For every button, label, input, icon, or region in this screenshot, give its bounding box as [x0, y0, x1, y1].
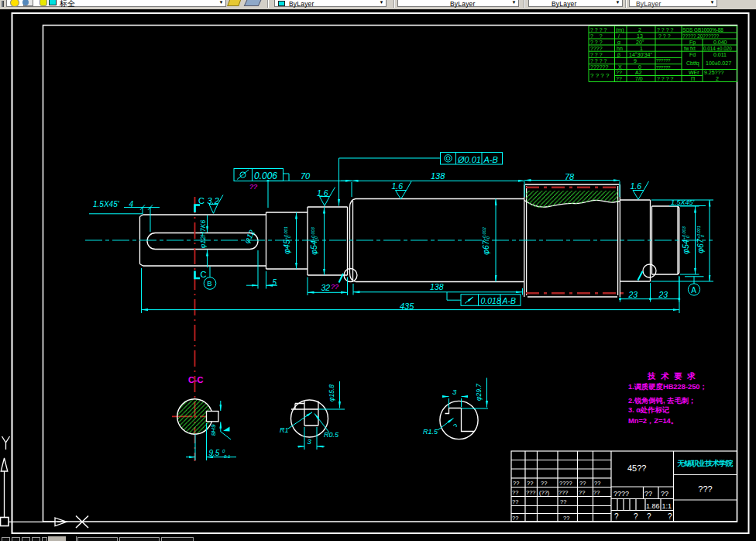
- svg-text:R0.5: R0.5: [324, 431, 339, 439]
- svg-text:1.6: 1.6: [631, 181, 642, 191]
- svg-text:0.018: 0.018: [481, 296, 501, 305]
- svg-text:φ54+0.0030: φ54+0.0030: [309, 226, 318, 254]
- svg-text:φ12: φ12: [242, 229, 256, 245]
- svg-text:??: ??: [579, 489, 585, 496]
- svg-text:??: ??: [512, 489, 518, 496]
- svg-text:A-B: A-B: [483, 155, 498, 164]
- svg-text:??: ??: [616, 70, 622, 75]
- svg-text:Ø0.01: Ø0.01: [457, 155, 481, 164]
- svg-text:0.006: 0.006: [254, 171, 277, 181]
- svg-text:??: ??: [661, 490, 668, 498]
- svg-text:A: A: [691, 286, 696, 295]
- svg-text:0: 0: [222, 449, 225, 453]
- svg-text:5: 5: [273, 278, 277, 287]
- svg-text:无锡职业技术学院: 无锡职业技术学院: [677, 459, 734, 467]
- svg-text:φ15.8: φ15.8: [328, 384, 335, 401]
- svg-text:????? 20??????: ????? 20??????: [682, 33, 720, 39]
- svg-text:技术要求: 技术要求: [647, 371, 700, 381]
- svg-text:hn: hn: [617, 46, 623, 51]
- svg-text:φ67+0.0020: φ67+0.0020: [481, 227, 490, 255]
- svg-text:φ29.7: φ29.7: [475, 384, 483, 401]
- svg-text:1.6: 1.6: [392, 181, 404, 191]
- svg-text:2.锐角倒钝, 去毛刺；: 2.锐角倒钝, 去毛刺；: [628, 396, 696, 405]
- svg-text:0.014 ±0.020: 0.014 ±0.020: [703, 46, 732, 51]
- svg-text:??: ??: [512, 498, 518, 505]
- svg-text:2: 2: [716, 76, 719, 81]
- svg-text:? ?: ? ?: [590, 33, 603, 39]
- svg-text:fw fxt: fw fxt: [684, 46, 696, 51]
- svg-text:0.040: 0.040: [713, 40, 727, 45]
- svg-text:?: ?: [647, 512, 651, 521]
- svg-text:????: ????: [590, 46, 603, 51]
- svg-text:??: ??: [579, 480, 586, 487]
- svg-text:C-C: C-C: [188, 375, 204, 384]
- svg-text:70: 70: [301, 171, 311, 181]
- svg-text:??: ??: [594, 480, 600, 487]
- svg-text:23: 23: [628, 290, 638, 299]
- svg-text:13: 13: [637, 33, 643, 39]
- svg-text:9.25???: 9.25???: [704, 70, 723, 75]
- svg-text:B: B: [207, 279, 211, 288]
- svg-text:Π: Π: [691, 76, 695, 81]
- svg-text:138: 138: [431, 171, 445, 181]
- svg-text:??: ??: [249, 183, 257, 191]
- svg-text:? ? ? ?: ? ? ? ?: [657, 76, 674, 81]
- svg-text:R1: R1: [280, 426, 289, 434]
- svg-text:? ? ?: ? ? ?: [658, 33, 671, 39]
- svg-text:1.6: 1.6: [317, 188, 328, 198]
- svg-text:α: α: [617, 40, 620, 45]
- svg-text:45??: 45??: [627, 463, 646, 473]
- svg-text:4: 4: [129, 200, 134, 208]
- svg-text:0.011: 0.011: [713, 52, 727, 57]
- svg-text:????: ????: [559, 480, 572, 487]
- svg-text:??????: ??????: [656, 58, 670, 63]
- svg-text:???: ???: [558, 489, 569, 496]
- svg-text:Fd: Fd: [689, 52, 696, 57]
- svg-text:A2: A2: [635, 70, 642, 75]
- svg-text:?: ?: [634, 512, 638, 521]
- svg-text:φ67+0.0010: φ67+0.0010: [696, 226, 705, 253]
- svg-text:2: 2: [638, 27, 641, 33]
- svg-text:??: ??: [512, 515, 518, 522]
- svg-text:WEr: WEr: [689, 70, 699, 75]
- svg-text:(m): (m): [616, 27, 624, 33]
- svg-text:??: ??: [541, 480, 547, 487]
- svg-text:??: ??: [527, 480, 533, 487]
- svg-text:3.2: 3.2: [208, 196, 219, 205]
- svg-text:1: 1: [640, 46, 643, 51]
- svg-text:0: 0: [638, 64, 641, 70]
- svg-text:C: C: [198, 196, 204, 205]
- svg-text:β: β: [617, 52, 620, 58]
- svg-text:20°: 20°: [636, 40, 644, 45]
- svg-text:(??): (??): [539, 489, 550, 496]
- svg-text:???: ???: [698, 484, 712, 494]
- svg-text:??: ??: [563, 515, 569, 522]
- svg-text:32: 32: [321, 283, 331, 292]
- svg-text:?: ?: [614, 512, 619, 521]
- svg-text:1:1: 1:1: [662, 502, 672, 510]
- svg-text:3: 3: [452, 388, 457, 396]
- svg-text:A-B: A-B: [502, 296, 517, 305]
- svg-text:3. α处作标记: 3. α处作标记: [628, 406, 669, 414]
- svg-text:??: ??: [513, 480, 519, 487]
- svg-text:3: 3: [308, 437, 312, 446]
- svg-text:??: ??: [593, 489, 600, 496]
- svg-text:/: /: [618, 33, 620, 39]
- svg-text:7/0: 7/0: [635, 76, 643, 81]
- svg-text:φ45+0.0010: φ45+0.0010: [282, 226, 291, 254]
- svg-text:? ? ? ?: ? ? ? ?: [590, 27, 607, 33]
- svg-text:? ? ?: ? ? ?: [590, 40, 603, 45]
- svg-text:??: ??: [616, 76, 622, 81]
- svg-text:78: 78: [565, 172, 575, 181]
- svg-text:φ12H7K6: φ12H7K6: [199, 220, 207, 249]
- svg-text:??????: ??????: [656, 65, 670, 70]
- svg-text:1.86: 1.86: [646, 502, 660, 510]
- svg-text:8H9: 8H9: [210, 424, 217, 436]
- svg-text:9: 9: [634, 58, 637, 64]
- svg-text:435: 435: [400, 302, 414, 311]
- svg-text:138: 138: [430, 282, 444, 291]
- svg-text:SGS GB1000%-88: SGS GB1000%-88: [682, 27, 723, 33]
- svg-text:??: ??: [331, 283, 338, 291]
- svg-text:????: ????: [613, 490, 629, 498]
- svg-text:??: ??: [644, 490, 652, 498]
